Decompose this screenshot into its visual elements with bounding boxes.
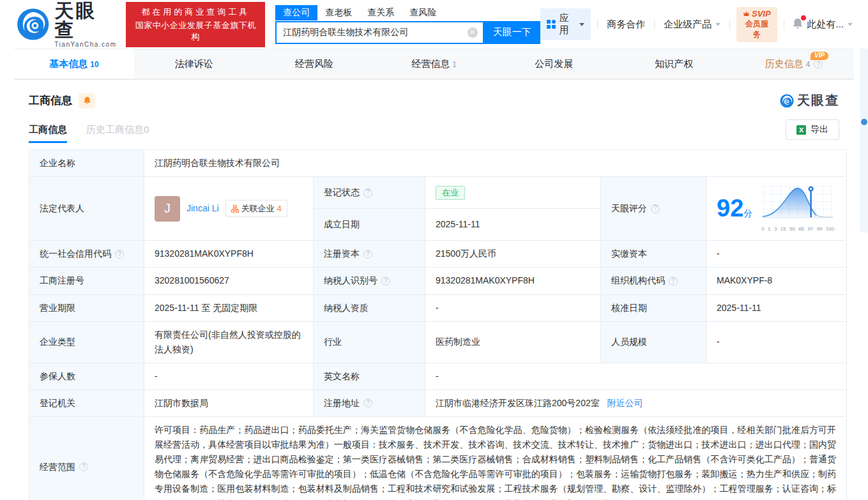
- company-type-value: 有限责任公司(非自然人投资或控股的法人独资): [144, 321, 314, 363]
- legal-rep-label: 法定代表人: [29, 177, 144, 241]
- search-submit-button[interactable]: 天眼一下: [484, 21, 540, 44]
- logo-subtitle: TianYanCha.com: [54, 41, 117, 48]
- search-type-tabs: 查公司 查老板 查关系 查风险: [275, 5, 540, 20]
- floating-rail-button[interactable]: [861, 119, 867, 125]
- export-button[interactable]: X 导出: [786, 119, 839, 140]
- status-badge: 在业: [436, 186, 465, 200]
- monitor-bell-icon[interactable]: [79, 93, 95, 109]
- nearby-companies-link[interactable]: 附近公司: [607, 398, 643, 408]
- tab-label: 经营风险: [295, 58, 333, 70]
- tab-label: 知识产权: [655, 58, 693, 70]
- tianyancha-logo[interactable]: 天眼查 TianYanCha.com: [17, 1, 117, 48]
- legal-rep-avatar[interactable]: J: [155, 196, 180, 222]
- table-row: 企业类型 有限责任公司(非自然人投资或控股的法人独资) 行业 医药制造业 人员规…: [29, 321, 847, 363]
- score-distribution-chart: 01 315 5085 9799 100: [760, 184, 835, 233]
- help-icon[interactable]: ?: [381, 277, 390, 285]
- company-name-value: 江阴药明合联生物技术有限公司: [144, 150, 847, 177]
- org-chart-icon: [231, 205, 239, 213]
- help-icon[interactable]: ?: [363, 250, 372, 259]
- score-cell[interactable]: 92分: [706, 177, 847, 241]
- legal-rep-link[interactable]: Jincai Li: [187, 201, 219, 216]
- caret-down-icon: [715, 23, 720, 26]
- tab-label: 历史信息: [765, 58, 803, 70]
- insured-count-label: 参保人数: [29, 363, 144, 390]
- business-cooperation-link[interactable]: 商务合作: [604, 19, 648, 31]
- help-icon[interactable]: ?: [115, 250, 124, 259]
- subtab-history-business-info[interactable]: 历史工商信息0: [86, 124, 149, 143]
- help-icon[interactable]: ?: [669, 277, 678, 285]
- related-companies-label: 关联企业: [241, 202, 275, 215]
- table-row: 统一社会信用代码? 91320281MAK0XYPF8H 注册资本? 21500…: [29, 241, 847, 268]
- tab-label: 公司发展: [535, 58, 573, 70]
- establish-date-label: 成立日期: [314, 209, 425, 241]
- establish-date-value: 2025-11-11: [425, 209, 601, 241]
- company-search-input[interactable]: [277, 27, 468, 38]
- nav-tab-basic-info[interactable]: 基本信息 10: [14, 49, 134, 79]
- nav-tab-operating-info[interactable]: 经营信息 1: [374, 49, 494, 79]
- divider: [729, 19, 730, 29]
- apps-label: 应用: [560, 12, 575, 36]
- tianyancha-logo-icon: [17, 8, 49, 41]
- help-icon[interactable]: ?: [363, 188, 372, 197]
- search-tab-risk[interactable]: 查风险: [402, 5, 444, 20]
- search-field: ✕: [275, 21, 484, 44]
- brand-watermark-text: 天眼查: [797, 92, 839, 109]
- reg-authority-label: 登记机关: [29, 390, 144, 416]
- caret-down-icon: [579, 23, 584, 26]
- reg-address-value: 江阴市临港经济开发区珠江路200号202室: [436, 398, 600, 408]
- brand-watermark-icon: [780, 94, 794, 108]
- reg-status-label: 登记状态?: [314, 177, 425, 209]
- slogan-banner: 都在用的商业查询工具 国家中小企业发展子基金旗下机构: [126, 2, 265, 47]
- nav-tab-intellectual-property[interactable]: 知识产权: [614, 49, 734, 79]
- business-term-label: 营业期限: [29, 294, 144, 321]
- reg-capital-value: 21500万人民币: [425, 241, 601, 268]
- search-tab-company[interactable]: 查公司: [275, 5, 317, 20]
- approval-date-label: 核准日期: [601, 294, 706, 321]
- header-right-menu: 应用 商务合作 企业级产品 SVIP 会员服务 此处有...: [540, 7, 855, 42]
- user-menu-label: 此处有...: [807, 19, 844, 31]
- crown-icon: [743, 11, 750, 17]
- tab-label: 法律诉讼: [175, 58, 213, 70]
- nav-tab-company-development[interactable]: 公司发展: [494, 49, 614, 79]
- section-title: 工商信息: [29, 93, 72, 108]
- table-row: 经营范围? 许可项目：药品生产；药品进出口；药品委托生产；海关监管货物仓储服务（…: [29, 417, 847, 500]
- tab-count: 10: [90, 60, 98, 69]
- help-icon[interactable]: ?: [651, 204, 660, 213]
- search-tab-relation[interactable]: 查关系: [360, 5, 402, 20]
- search-tab-boss[interactable]: 查老板: [317, 5, 360, 20]
- legal-rep-cell: J Jincai Li 关联企业 4: [144, 177, 314, 241]
- reg-number-label: 工商注册号: [29, 268, 144, 294]
- credit-code-label: 统一社会信用代码?: [29, 241, 144, 268]
- enterprise-products-link[interactable]: 企业级产品: [661, 19, 723, 31]
- search-area: 查公司 查老板 查关系 查风险 ✕ 天眼一下: [275, 5, 540, 44]
- notification-bell-icon[interactable]: [791, 17, 805, 32]
- help-icon[interactable]: ?: [79, 462, 88, 471]
- related-companies-badge[interactable]: 关联企业 4: [225, 200, 287, 217]
- brand-watermark: 天眼查: [780, 92, 839, 109]
- nav-tab-history-info[interactable]: 历史信息 4 ? VIP: [734, 49, 854, 79]
- related-companies-count: 4: [277, 202, 282, 215]
- score-value: 92: [717, 195, 743, 222]
- nav-tab-operating-risk[interactable]: 经营风险: [254, 49, 374, 79]
- user-menu[interactable]: 此处有...: [805, 19, 856, 31]
- industry-label: 行业: [314, 321, 425, 363]
- org-code-label: 组织机构代码?: [601, 268, 706, 294]
- help-icon[interactable]: ?: [814, 59, 823, 68]
- export-label: 导出: [811, 124, 828, 135]
- enterprise-label: 企业级产品: [664, 19, 712, 31]
- help-icon[interactable]: ?: [363, 398, 372, 407]
- business-term-value: 2025-11-11 至 无固定期限: [144, 294, 314, 321]
- apps-menu[interactable]: 应用: [540, 8, 591, 40]
- cooperation-label: 商务合作: [607, 19, 645, 31]
- taxpayer-id-label: 纳税人识别号?: [314, 268, 425, 294]
- svip-label-bottom: 会员服务: [743, 19, 771, 40]
- approval-date-value: 2025-11-11: [706, 294, 847, 321]
- reg-capital-label: 注册资本?: [314, 241, 425, 268]
- subtab-business-info[interactable]: 工商信息: [29, 124, 67, 143]
- svip-membership-badge[interactable]: SVIP 会员服务: [736, 7, 777, 42]
- nav-tab-legal[interactable]: 法律诉讼: [134, 49, 254, 79]
- taxpayer-id-value: 91320281MAK0XYPF8H: [425, 268, 601, 294]
- staff-size-label: 人员规模: [601, 321, 706, 363]
- clear-search-icon[interactable]: ✕: [468, 27, 478, 38]
- company-nav-tabs: 基本信息 10 法律诉讼 经营风险 经营信息 1 公司发展 知识产权 历史信息 …: [14, 49, 854, 80]
